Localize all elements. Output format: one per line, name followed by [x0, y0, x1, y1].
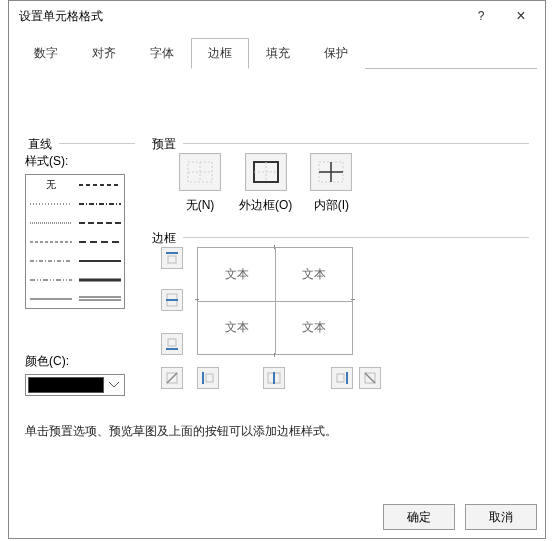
- preset-none[interactable]: 无(N): [179, 153, 221, 214]
- tab-font[interactable]: 字体: [133, 38, 191, 69]
- border-middle-h-button[interactable]: [161, 289, 183, 311]
- line-style-dash-dd[interactable]: [26, 270, 75, 289]
- tab-number[interactable]: 数字: [17, 38, 75, 69]
- border-section: 边框 文本 文本 文本 文本: [149, 237, 529, 407]
- svg-line-30: [167, 373, 177, 383]
- border-middle-v-button[interactable]: [263, 367, 285, 389]
- preset-legend: 预置: [149, 136, 179, 153]
- line-style-dash3-bold[interactable]: [75, 232, 124, 251]
- preset-inside[interactable]: 内部(I): [310, 153, 352, 214]
- svg-rect-35: [337, 374, 344, 382]
- border-left-button[interactable]: [197, 367, 219, 389]
- svg-rect-27: [168, 339, 176, 346]
- line-style-double[interactable]: [75, 289, 124, 308]
- preview-cell: 文本: [198, 301, 275, 354]
- tab-border[interactable]: 边框: [191, 38, 249, 69]
- line-section: 直线 样式(S): 无: [25, 143, 135, 343]
- color-combo[interactable]: [25, 374, 125, 396]
- tab-alignment[interactable]: 对齐: [75, 38, 133, 69]
- help-button[interactable]: ?: [461, 2, 501, 30]
- color-swatch: [28, 377, 104, 393]
- close-button[interactable]: ×: [501, 2, 541, 30]
- svg-rect-32: [206, 374, 213, 382]
- color-label: 颜色(C):: [25, 353, 135, 370]
- preset-section: 预置 无(N) 外边框(O): [149, 143, 529, 233]
- line-style-none[interactable]: 无: [26, 175, 75, 194]
- line-style-dash-small[interactable]: [26, 232, 75, 251]
- line-style-dotted[interactable]: [26, 213, 75, 232]
- ok-button[interactable]: 确定: [383, 504, 455, 530]
- chevron-down-icon: [104, 382, 124, 388]
- format-cells-dialog: 设置单元格格式 ? × 数字 对齐 字体 边框 填充 保护 直线 样式(S): …: [8, 0, 546, 539]
- preset-inside-label: 内部(I): [314, 197, 349, 214]
- line-style-dash-dot[interactable]: [26, 251, 75, 270]
- border-right-button[interactable]: [331, 367, 353, 389]
- preset-none-label: 无(N): [186, 197, 215, 214]
- border-diag-down-button[interactable]: [359, 367, 381, 389]
- preset-none-icon: [179, 153, 221, 191]
- cancel-button[interactable]: 取消: [465, 504, 537, 530]
- border-diag-up-button[interactable]: [161, 367, 183, 389]
- line-style-dash2-bold[interactable]: [75, 213, 124, 232]
- style-label: 样式(S):: [25, 153, 135, 170]
- window-title: 设置单元格格式: [19, 8, 461, 25]
- tab-strip: 数字 对齐 字体 边框 填充 保护: [17, 37, 537, 69]
- preset-outline-label: 外边框(O): [239, 197, 292, 214]
- close-icon: ×: [516, 7, 525, 25]
- preset-inside-icon: [310, 153, 352, 191]
- line-style-medium[interactable]: [75, 251, 124, 270]
- tab-content: 直线 样式(S): 无: [9, 69, 545, 93]
- preview-cell: 文本: [198, 248, 275, 301]
- preview-cell: 文本: [275, 301, 352, 354]
- preset-outline-icon: [245, 153, 287, 191]
- tab-protection[interactable]: 保护: [307, 38, 365, 69]
- line-style-dotted-fine[interactable]: [26, 194, 75, 213]
- border-top-button[interactable]: [161, 247, 183, 269]
- help-text: 单击预置选项、预览草图及上面的按钮可以添加边框样式。: [25, 423, 337, 440]
- border-preview[interactable]: 文本 文本 文本 文本: [197, 247, 353, 355]
- preset-outline[interactable]: 外边框(O): [239, 153, 292, 214]
- line-style-ddot-bold[interactable]: [75, 194, 124, 213]
- help-icon: ?: [478, 9, 485, 23]
- dialog-footer: 确定 取消: [383, 504, 537, 530]
- svg-line-38: [365, 373, 375, 383]
- line-style-dash-bold[interactable]: [75, 175, 124, 194]
- border-bottom-button[interactable]: [161, 333, 183, 355]
- line-style-list[interactable]: 无: [25, 174, 125, 309]
- line-legend: 直线: [25, 136, 55, 153]
- titlebar: 设置单元格格式 ? ×: [9, 1, 545, 31]
- line-style-thin[interactable]: [26, 289, 75, 308]
- tab-fill[interactable]: 填充: [249, 38, 307, 69]
- preview-cell: 文本: [275, 248, 352, 301]
- svg-rect-24: [168, 256, 176, 263]
- line-style-thick[interactable]: [75, 270, 124, 289]
